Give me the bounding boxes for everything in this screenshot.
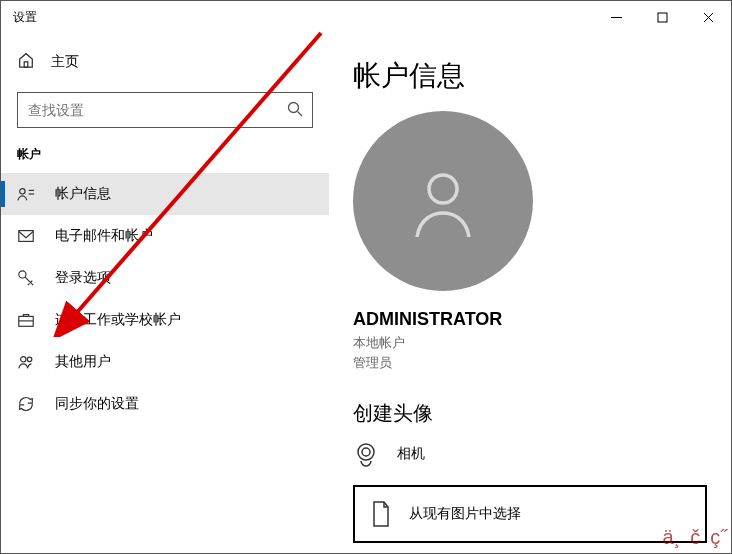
svg-rect-1 — [658, 13, 667, 22]
svg-point-14 — [21, 357, 26, 362]
svg-point-5 — [289, 103, 299, 113]
camera-label: 相机 — [397, 445, 425, 463]
svg-point-19 — [362, 448, 370, 456]
nav-label: 帐户信息 — [55, 185, 111, 203]
titlebar: 设置 — [1, 1, 731, 33]
people-icon — [17, 353, 35, 371]
create-avatar-heading: 创建头像 — [353, 400, 707, 427]
mail-icon — [17, 227, 35, 245]
account-role: 管理员 — [353, 354, 707, 372]
browse-label: 从现有图片中选择 — [409, 505, 521, 523]
svg-point-7 — [20, 189, 25, 194]
svg-rect-4 — [24, 62, 28, 67]
minimize-button[interactable] — [593, 1, 639, 33]
section-label: 帐户 — [1, 146, 329, 173]
avatar — [353, 111, 533, 291]
nav-item-account-info[interactable]: 帐户信息 — [1, 173, 329, 215]
camera-icon — [353, 441, 379, 467]
window-title: 设置 — [13, 9, 37, 26]
username: ADMINISTRATOR — [353, 309, 707, 330]
close-button[interactable] — [685, 1, 731, 33]
watermark: ä¸ č ç˝ — [663, 526, 727, 549]
svg-point-15 — [27, 357, 32, 362]
briefcase-icon — [17, 311, 35, 329]
svg-point-17 — [429, 175, 457, 203]
sidebar: 主页 帐户 帐户信息 电子邮件和帐户 — [1, 33, 329, 553]
svg-point-11 — [19, 271, 26, 278]
page-title: 帐户信息 — [353, 57, 707, 95]
maximize-button[interactable] — [639, 1, 685, 33]
key-icon — [17, 269, 35, 287]
sync-icon — [17, 395, 35, 413]
nav-item-signin-options[interactable]: 登录选项 — [1, 257, 329, 299]
search-input[interactable] — [17, 92, 313, 128]
svg-line-6 — [298, 112, 303, 117]
nav-label: 同步你的设置 — [55, 395, 139, 413]
nav-item-other-users[interactable]: 其他用户 — [1, 341, 329, 383]
main-panel: 帐户信息 ADMINISTRATOR 本地帐户 管理员 创建头像 相机 从现有图… — [329, 33, 731, 553]
nav-item-sync[interactable]: 同步你的设置 — [1, 383, 329, 425]
nav-item-work-school[interactable]: 连接工作或学校帐户 — [1, 299, 329, 341]
browse-option[interactable]: 从现有图片中选择 — [353, 485, 707, 543]
camera-option[interactable]: 相机 — [353, 441, 707, 467]
file-icon — [371, 501, 391, 527]
search-icon — [287, 101, 303, 121]
home-icon — [17, 51, 35, 72]
nav-label: 连接工作或学校帐户 — [55, 311, 181, 329]
window-controls — [593, 1, 731, 33]
nav-item-email[interactable]: 电子邮件和帐户 — [1, 215, 329, 257]
account-type: 本地帐户 — [353, 334, 707, 352]
svg-point-18 — [358, 444, 374, 460]
nav-label: 登录选项 — [55, 269, 111, 287]
nav-label: 电子邮件和帐户 — [55, 227, 153, 245]
search-box[interactable] — [17, 92, 313, 128]
nav-label: 其他用户 — [55, 353, 111, 371]
svg-rect-10 — [19, 231, 33, 242]
home-label: 主页 — [51, 53, 79, 71]
person-card-icon — [17, 185, 35, 203]
home-button[interactable]: 主页 — [1, 41, 329, 82]
